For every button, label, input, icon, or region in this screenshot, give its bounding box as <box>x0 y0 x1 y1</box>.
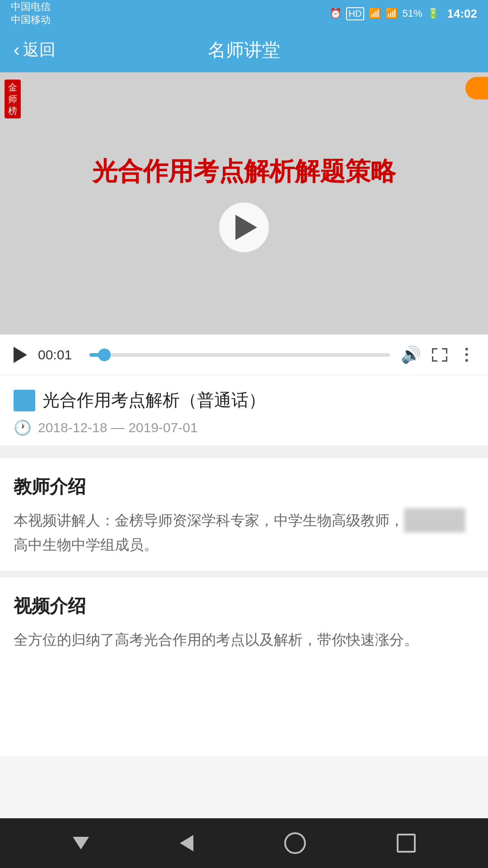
play-icon-large <box>235 215 257 240</box>
video-background: 光合作用考点解析解题策略 <box>0 72 488 335</box>
down-icon <box>73 837 89 849</box>
battery-icon: 🔋 <box>427 8 439 19</box>
fullscreen-button[interactable] <box>432 348 447 362</box>
video-date-row: 🕐 2018-12-18 — 2019-07-01 <box>14 419 474 436</box>
back-nav-icon <box>180 835 193 851</box>
back-label: 返回 <box>23 39 56 61</box>
carrier1: 中国电信 <box>11 0 51 14</box>
video-intro-title: 视频介绍 <box>14 594 474 618</box>
nav-home-button[interactable] <box>284 832 306 854</box>
video-info: 光合作用考点解析（普通话） 🕐 2018-12-18 — 2019-07-01 <box>0 375 488 452</box>
progress-bar[interactable] <box>89 353 390 357</box>
carrier-info: 中国电信 中国移动 <box>11 0 51 26</box>
bottom-spacer <box>0 665 488 756</box>
video-overlay-title: 光合作用考点解析解题策略 <box>83 155 405 189</box>
nav-down-button[interactable] <box>73 837 89 849</box>
teacher-section-title: 教师介绍 <box>14 474 474 499</box>
back-chevron-icon: ‹ <box>14 41 19 59</box>
volume-button[interactable]: 🔊 <box>401 345 421 364</box>
video-player[interactable]: 光合作用考点解析解题策略 金师榜 <box>0 72 488 335</box>
video-watermark: 金师榜 <box>5 80 21 118</box>
home-icon <box>284 832 306 854</box>
video-date: 2018-12-18 — 2019-07-01 <box>38 420 198 435</box>
video-intro-section: 视频介绍 全方位的归纳了高考光合作用的考点以及解析，带你快速涨分。 <box>0 577 488 665</box>
wifi-icon: 📶 <box>369 8 381 19</box>
play-pause-button[interactable] <box>14 347 27 363</box>
fullscreen-icon <box>432 348 437 354</box>
status-right: ⏰ HD 📶 📶 51% 🔋 14:02 <box>329 7 477 21</box>
section-divider-1 <box>0 452 488 458</box>
alarm-icon: ⏰ <box>329 8 342 19</box>
nav-back-button[interactable] <box>180 835 193 851</box>
fullscreen-icon <box>432 356 437 362</box>
time-display: 14:02 <box>447 7 478 21</box>
more-options-button[interactable]: ⋮ <box>458 345 474 364</box>
current-time: 00:01 <box>38 347 79 363</box>
fullscreen-icon <box>442 356 447 362</box>
video-title-row: 光合作用考点解析（普通话） <box>14 389 474 412</box>
nav-recents-button[interactable] <box>397 834 416 853</box>
video-badge <box>465 77 488 99</box>
play-button-large[interactable] <box>219 203 269 252</box>
blue-square-icon <box>14 390 35 411</box>
section-divider-2 <box>0 571 488 577</box>
video-intro-content: 全方位的归纳了高考光合作用的考点以及解析，带你快速涨分。 <box>14 627 474 652</box>
teacher-content-text: 本视频讲解人：金榜导师资深学科专家，中学生物高级教师， <box>14 512 404 528</box>
status-bar: 中国电信 中国移动 ⏰ HD 📶 📶 51% 🔋 14:02 <box>0 0 488 27</box>
recents-icon <box>397 834 416 853</box>
teacher-section-content: 本视频讲解人：金榜导师资深学科专家，中学生物高级教师，██████高中生物中学组… <box>14 508 474 557</box>
carrier2: 中国移动 <box>11 14 51 27</box>
battery-text: 51% <box>402 8 422 19</box>
nav-bar: ‹ 返回 名师讲堂 <box>0 27 488 72</box>
video-info-title: 光合作用考点解析（普通话） <box>42 389 266 412</box>
progress-thumb[interactable] <box>98 349 111 361</box>
bottom-nav <box>0 818 488 868</box>
teacher-content-suffix: 高中生物中学组成员。 <box>14 537 158 553</box>
hd-badge: HD <box>346 7 365 20</box>
fullscreen-icon <box>442 348 447 354</box>
clock-icon: 🕐 <box>14 419 32 436</box>
video-controls: 00:01 🔊 ⋮ <box>0 335 488 375</box>
teacher-blurred-name: ██████ <box>404 508 465 533</box>
back-button[interactable]: ‹ 返回 <box>14 39 56 61</box>
play-icon-small <box>14 347 27 363</box>
teacher-section: 教师介绍 本视频讲解人：金榜导师资深学科专家，中学生物高级教师，██████高中… <box>0 458 488 571</box>
page-title: 名师讲堂 <box>208 38 280 62</box>
signal-icon: 📶 <box>385 8 398 19</box>
